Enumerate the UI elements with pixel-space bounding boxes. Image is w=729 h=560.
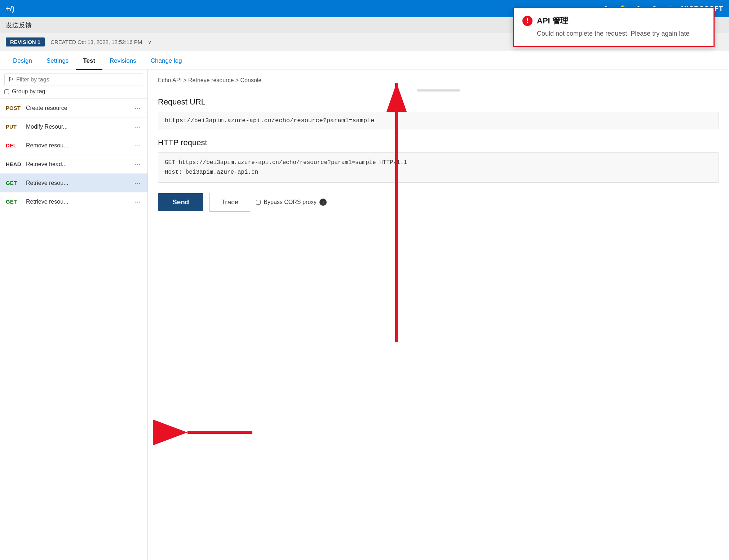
dots-menu-icon[interactable]: ··· (133, 104, 142, 112)
api-item-name: Create resource (26, 105, 128, 111)
method-badge-post: POST (6, 105, 22, 111)
dots-menu-icon[interactable]: ··· (133, 123, 142, 131)
dots-menu-icon[interactable]: ··· (133, 160, 142, 168)
filter-input-wrap[interactable]: ⚐ (4, 74, 143, 85)
dots-menu-icon[interactable]: ··· (133, 141, 142, 150)
error-popup-message: Could not complete the request. Please t… (537, 30, 705, 37)
list-item[interactable]: DEL Remove resou... ··· (0, 136, 147, 155)
revision-created: CREATED Oct 13, 2022, 12:52:16 PM (50, 39, 142, 45)
request-url-value: https://bei3apim.azure-api.cn/echo/resou… (158, 112, 719, 129)
dots-menu-icon[interactable]: ··· (133, 197, 142, 206)
main-panel: Echo API > Retrieve resource > Console R… (148, 70, 729, 560)
method-badge-get: GET (6, 199, 22, 205)
group-by-tag-label: Group by tag (12, 88, 45, 95)
api-item-name: Retrieve head... (26, 161, 128, 168)
main-area: 发送反馈 REVISION 1 CREATED Oct 13, 2022, 12… (0, 17, 729, 560)
api-item-name: Retrieve resou... (26, 180, 128, 186)
sidebar: ⚐ Group by tag POST Create resource ··· … (0, 70, 148, 560)
tab-revisions[interactable]: Revisions (102, 53, 143, 70)
http-request-line2: Host: bei3apim.azure-api.cn (165, 168, 712, 177)
tab-design[interactable]: Design (6, 53, 39, 70)
http-request-line1: GET https://bei3apim.azure-api.cn/echo/r… (165, 158, 712, 168)
dots-menu-icon[interactable]: ··· (133, 179, 142, 187)
error-popup-heading: API 管理 (537, 15, 568, 26)
group-by-tag-checkbox[interactable] (4, 89, 9, 94)
trace-button[interactable]: Trace (209, 193, 250, 212)
revision-chevron-icon[interactable]: ∨ (148, 39, 151, 45)
http-request-title: HTTP request (158, 138, 719, 147)
method-badge-put: PUT (6, 124, 22, 130)
content-area: ⚐ Group by tag POST Create resource ··· … (0, 70, 729, 560)
revision-badge: REVISION 1 (6, 37, 45, 46)
error-popup-title: ! API 管理 (522, 15, 705, 26)
bypass-cors-checkbox[interactable] (256, 200, 261, 205)
http-request-box: GET https://bei3apim.azure-api.cn/echo/r… (158, 152, 719, 183)
list-item[interactable]: PUT Modify Resour... ··· (0, 117, 147, 136)
error-popup: ! API 管理 Could not complete the request.… (513, 7, 715, 47)
action-row: Send Trace Bypass CORS proxy i (158, 193, 719, 212)
method-badge-get: GET (6, 180, 22, 186)
list-item[interactable]: HEAD Retrieve head... ··· (0, 155, 147, 174)
sidebar-list: POST Create resource ··· PUT Modify Reso… (0, 99, 147, 560)
panel-handle (158, 89, 719, 92)
api-item-name: Retrieve resou... (26, 199, 128, 205)
request-url-title: Request URL (158, 97, 719, 107)
sidebar-filter: ⚐ Group by tag (0, 70, 147, 99)
send-button[interactable]: Send (158, 193, 203, 211)
tabs-row: Design Settings Test Revisions Change lo… (0, 51, 729, 70)
top-bar-title: +/) (6, 5, 14, 13)
filter-input[interactable] (16, 76, 139, 83)
bypass-cors-option: Bypass CORS proxy i (256, 199, 327, 206)
handle-bar (417, 89, 460, 92)
group-by-tag: Group by tag (4, 88, 143, 95)
tab-test[interactable]: Test (76, 53, 102, 70)
method-badge-del: DEL (6, 142, 22, 148)
error-icon: ! (522, 16, 533, 26)
tab-changelog[interactable]: Change log (143, 53, 189, 70)
list-item[interactable]: GET Retrieve resou... ··· (0, 192, 147, 211)
filter-icon: ⚐ (8, 76, 13, 83)
method-badge-head: HEAD (6, 161, 22, 167)
tab-settings[interactable]: Settings (39, 53, 76, 70)
api-item-name: Modify Resour... (26, 124, 128, 130)
info-icon: i (319, 199, 327, 206)
list-item[interactable]: GET Retrieve resou... ··· (0, 174, 147, 192)
api-item-name: Remove resou... (26, 142, 128, 149)
list-item[interactable]: POST Create resource ··· (0, 99, 147, 117)
feedback-label: 发送反馈 (6, 21, 32, 30)
bypass-cors-label: Bypass CORS proxy (264, 199, 317, 205)
breadcrumb: Echo API > Retrieve resource > Console (158, 77, 719, 84)
